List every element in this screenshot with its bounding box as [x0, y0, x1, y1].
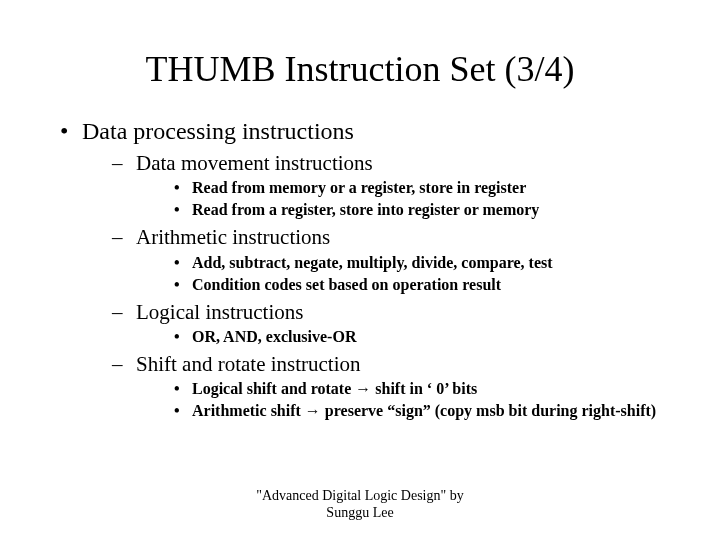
bullet-l2c-text: Logical instructions: [136, 300, 303, 324]
bullet-l3: Read from a register, store into registe…: [170, 200, 680, 220]
bullet-l2-logical: Logical instructions OR, AND, exclusive-…: [112, 299, 680, 347]
slide-body: Data processing instructions Data moveme…: [0, 116, 720, 421]
bullet-l2-data-movement: Data movement instructions Read from mem…: [112, 150, 680, 220]
slide: THUMB Instruction Set (3/4) Data process…: [0, 0, 720, 540]
bullet-l2a-text: Data movement instructions: [136, 151, 373, 175]
bullet-l2b-text: Arithmetic instructions: [136, 225, 330, 249]
slide-title: THUMB Instruction Set (3/4): [0, 0, 720, 110]
bullet-l3: Arithmetic shift → preserve “sign” (copy…: [170, 401, 680, 421]
bullet-list-level3: Read from memory or a register, store in…: [170, 178, 680, 220]
slide-footer: "Advanced Digital Logic Design" by Sungg…: [0, 488, 720, 522]
bullet-l3: OR, AND, exclusive-OR: [170, 327, 680, 347]
bullet-list-level3: Logical shift and rotate → shift in ‘ 0’…: [170, 379, 680, 421]
bullet-l3: Logical shift and rotate → shift in ‘ 0’…: [170, 379, 680, 399]
bullet-l3: Condition codes set based on operation r…: [170, 275, 680, 295]
footer-line2: Sunggu Lee: [0, 505, 720, 522]
footer-line1: "Advanced Digital Logic Design" by: [0, 488, 720, 505]
bullet-l2-shift-rotate: Shift and rotate instruction Logical shi…: [112, 351, 680, 421]
bullet-l3: Add, subtract, negate, multiply, divide,…: [170, 253, 680, 273]
bullet-list-level1: Data processing instructions Data moveme…: [60, 116, 680, 421]
bullet-list-level2: Data movement instructions Read from mem…: [112, 150, 680, 421]
bullet-l2-arithmetic: Arithmetic instructions Add, subtract, n…: [112, 224, 680, 294]
bullet-list-level3: Add, subtract, negate, multiply, divide,…: [170, 253, 680, 295]
bullet-l2d-text: Shift and rotate instruction: [136, 352, 361, 376]
bullet-l1: Data processing instructions Data moveme…: [60, 116, 680, 421]
bullet-l1-text: Data processing instructions: [82, 118, 354, 144]
bullet-l3: Read from memory or a register, store in…: [170, 178, 680, 198]
bullet-list-level3: OR, AND, exclusive-OR: [170, 327, 680, 347]
